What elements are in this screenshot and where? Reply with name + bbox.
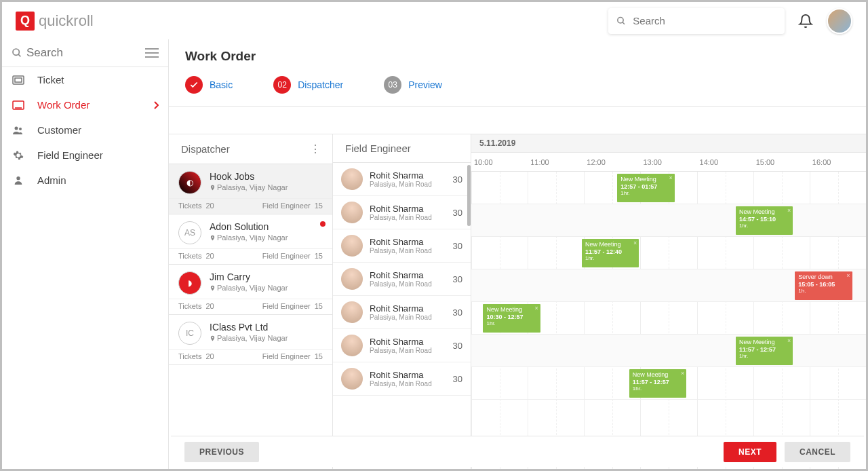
timeline-event[interactable]: ×New Meeting10:30 - 12:571hr.: [483, 304, 540, 333]
timeline-event[interactable]: ×Server down15:05 - 16:051h.: [795, 271, 852, 300]
event-duration: 1h.: [798, 288, 848, 294]
field-engineer-row[interactable]: Rohit SharmaPalasiya, Main Road30: [333, 196, 471, 229]
kebab-menu-icon[interactable]: ⋮: [310, 143, 320, 155]
wizard-steps: Basic 02 Dispatcher 03 Preview: [169, 68, 866, 107]
timeline-event[interactable]: ×New Meeting12:57 - 01:571hr.: [617, 174, 674, 202]
customer-icon: [12, 126, 25, 135]
event-time: 15:05 - 16:05: [798, 281, 848, 288]
timeline-event[interactable]: ×New Meeting14:57 - 15:101hr.: [736, 206, 793, 235]
svg-point-11: [15, 126, 18, 130]
user-avatar[interactable]: [827, 8, 852, 34]
check-icon: [185, 76, 203, 94]
timeline-event[interactable]: ×New Meeting11:57 - 12:571hr.: [736, 337, 793, 365]
wizard-step-dispatcher[interactable]: 02 Dispatcher: [273, 76, 343, 94]
event-time: 11:57 - 12:57: [633, 379, 683, 385]
hour-label: 16:00: [810, 158, 866, 166]
field-engineer-row[interactable]: Rohit SharmaPalasiya, Main Road30: [333, 163, 471, 196]
field-engineer-row[interactable]: Rohit SharmaPalasiya, Main Road30: [333, 229, 471, 263]
sidebar-item-admin[interactable]: Admin: [2, 168, 168, 193]
dispatcher-name: IClass Pvt Ltd: [210, 322, 323, 333]
sidebar-search-input[interactable]: [26, 46, 101, 60]
dispatcher-card[interactable]: ◗Jim Carry Palasiya, Vijay NagarTickets2…: [169, 265, 332, 315]
close-icon[interactable]: ×: [535, 305, 538, 312]
svg-rect-8: [15, 78, 22, 82]
hour-label: 12:00: [584, 158, 640, 166]
hamburger-icon[interactable]: [145, 48, 159, 58]
sidebar-item-customer[interactable]: Customer: [2, 117, 168, 143]
hour-label: 13:00: [640, 158, 696, 166]
event-duration: 1hr.: [585, 255, 635, 261]
wizard-step-basic[interactable]: Basic: [185, 76, 233, 94]
brand-logo: Q: [16, 12, 35, 31]
close-icon[interactable]: ×: [787, 337, 791, 344]
close-icon[interactable]: ×: [681, 370, 684, 377]
svg-line-3: [18, 54, 20, 56]
pin-icon: [210, 184, 216, 191]
engineer-name: Rohit Sharma: [370, 237, 446, 247]
field-engineer-row[interactable]: Rohit SharmaPalasiya, Main Road30: [333, 263, 471, 296]
sidebar-item-work-order[interactable]: Work Order: [2, 92, 168, 117]
timeline-hours: 10:0011:0012:0013:0014:0015:0016:00: [471, 153, 866, 172]
sidebar-item-label: Ticket: [37, 74, 64, 86]
footer-actions: PREVIOUS NEXT CANCEL: [171, 436, 864, 467]
previous-button[interactable]: PREVIOUS: [184, 442, 259, 462]
engineer-avatar: [341, 335, 363, 356]
tickets-stat: Tickets20: [178, 202, 214, 210]
engineer-location: Palasiya, Main Road: [370, 214, 446, 221]
sidebar-item-ticket[interactable]: Ticket: [2, 67, 168, 92]
field-engineer-row[interactable]: Rohit SharmaPalasiya, Main Road30: [333, 296, 471, 329]
close-icon[interactable]: ×: [787, 207, 791, 214]
dispatcher-avatar: ◐: [178, 171, 201, 194]
dispatcher-title: Dispatcher: [181, 143, 230, 155]
scrollbar-thumb[interactable]: [467, 165, 471, 226]
dispatcher-card[interactable]: ICIClass Pvt Ltd Palasiya, Vijay NagarTi…: [169, 315, 332, 365]
event-duration: 1hr.: [486, 320, 536, 326]
brand[interactable]: Q quickroll: [16, 12, 94, 31]
timeline-row: ×New Meeting10:30 - 12:571hr.: [471, 302, 866, 335]
event-title: New Meeting: [620, 176, 671, 183]
dispatcher-avatar: ◗: [178, 271, 201, 295]
field-engineer-row[interactable]: Rohit SharmaPalasiya, Main Road30: [333, 329, 471, 362]
dispatcher-card[interactable]: ASAdon Solution Palasiya, Vijay NagarTic…: [169, 214, 332, 265]
wizard-step-preview[interactable]: 03 Preview: [384, 76, 442, 94]
sidebar-search[interactable]: [12, 46, 101, 60]
close-icon[interactable]: ×: [669, 174, 672, 181]
engineer-name: Rohit Sharma: [370, 303, 446, 314]
dispatcher-location: Palasiya, Vijay Nagar: [210, 183, 323, 191]
engineer-location: Palasiya, Main Road: [370, 247, 446, 255]
event-duration: 1hr.: [620, 190, 671, 196]
engineer-avatar: [341, 268, 363, 290]
timeline-row: ×Server down15:05 - 16:051h.: [471, 269, 866, 302]
tickets-stat: Tickets20: [178, 252, 214, 260]
timeline-event[interactable]: ×New Meeting11:57 - 12:401hr.: [582, 239, 639, 267]
timeline-body[interactable]: ×New Meeting12:57 - 01:571hr.×New Meetin…: [471, 172, 866, 469]
sidebar: Ticket Work Order Customer Field Enginee…: [2, 39, 169, 469]
next-button[interactable]: NEXT: [724, 442, 776, 462]
engineer-location: Palasiya, Main Road: [370, 314, 446, 321]
wizard-label: Basic: [210, 79, 233, 90]
close-icon[interactable]: ×: [846, 272, 850, 279]
engineer-count: 30: [453, 374, 462, 384]
global-search[interactable]: [608, 8, 785, 34]
dispatcher-card[interactable]: ◐Hook Jobs Palasiya, Vijay NagarTickets2…: [169, 164, 332, 214]
notification-bell-icon[interactable]: [798, 14, 813, 29]
dispatcher-avatar: AS: [178, 221, 201, 244]
step-number: 02: [273, 76, 291, 94]
event-time: 14:57 - 15:10: [739, 216, 789, 223]
field-engineer-column: Field Engineer Rohit SharmaPalasiya, Mai…: [333, 134, 471, 469]
step-number: 03: [384, 76, 401, 94]
sidebar-item-field-engineer[interactable]: Field Engineer: [2, 143, 168, 168]
engineer-location: Palasiya, Main Road: [370, 347, 446, 354]
timeline: 5.11.2019 10:0011:0012:0013:0014:0015:00…: [471, 134, 866, 469]
global-search-input[interactable]: [633, 15, 776, 26]
close-icon[interactable]: ×: [633, 240, 637, 246]
dispatcher-name: Hook Jobs: [210, 171, 323, 182]
field-engineer-row[interactable]: Rohit SharmaPalasiya, Main Road30: [333, 362, 471, 396]
cancel-button[interactable]: CANCEL: [785, 442, 850, 462]
pin-icon: [210, 234, 216, 242]
ticket-icon: [12, 75, 25, 85]
dispatcher-location: Palasiya, Vijay Nagar: [210, 334, 323, 342]
timeline-event[interactable]: ×New Meeting11:57 - 12:571hr.: [629, 369, 686, 398]
hour-label: 11:00: [528, 158, 584, 166]
event-title: New Meeting: [739, 208, 789, 215]
